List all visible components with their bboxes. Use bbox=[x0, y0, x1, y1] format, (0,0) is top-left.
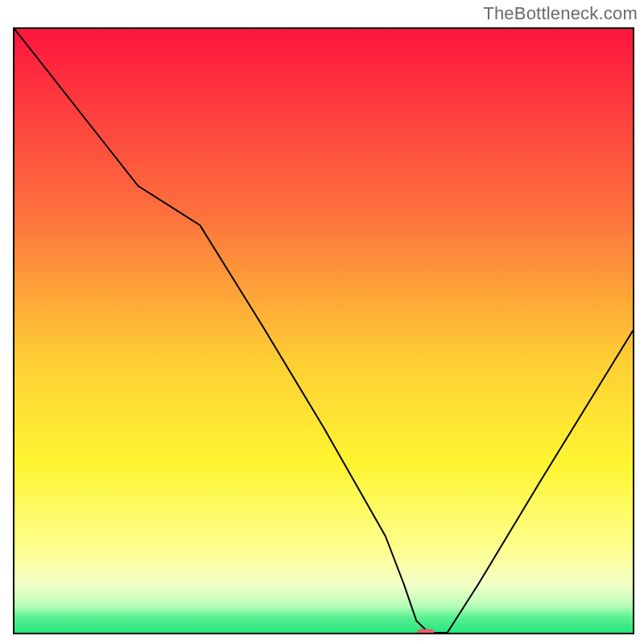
chart-svg bbox=[14, 29, 633, 633]
plot-area bbox=[13, 27, 634, 634]
gradient-background bbox=[14, 29, 633, 633]
watermark-text: TheBottleneck.com bbox=[483, 3, 638, 24]
chart-container: TheBottleneck.com bbox=[0, 0, 644, 644]
highlight-marker bbox=[417, 630, 435, 634]
